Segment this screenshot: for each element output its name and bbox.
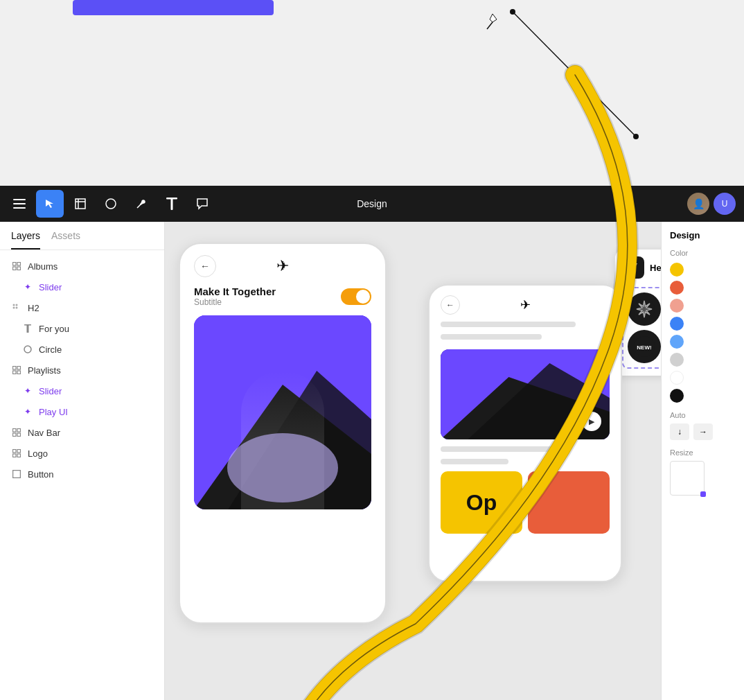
canvas: ← ✈ Make It Together Subtitle: [165, 222, 661, 700]
phone-logo: ✈: [276, 257, 289, 275]
comment-tool-icon[interactable]: [188, 190, 216, 218]
avatar-1[interactable]: 👤: [687, 193, 709, 215]
arrow-row: ↓ →: [670, 423, 736, 440]
layer-logo[interactable]: Logo: [0, 443, 164, 464]
resize-section: Resize: [670, 448, 736, 496]
color-row-yellow[interactable]: [670, 263, 736, 277]
auto-section: Auto ↓ →: [670, 411, 736, 440]
phone-title-area: Make It Together Subtitle: [180, 286, 385, 315]
select-tool-icon[interactable]: [36, 190, 64, 218]
color-row-red[interactable]: [670, 281, 736, 295]
color-row-gray[interactable]: [670, 353, 736, 367]
arrow-right-btn[interactable]: →: [693, 423, 713, 440]
phone-subtitle: Subtitle: [194, 297, 276, 307]
color-row-white[interactable]: [670, 371, 736, 385]
pen-tool-icon[interactable]: [127, 190, 155, 218]
sidebar: Layers Assets Albums ✦ Slider: [0, 222, 165, 700]
phone-back-btn[interactable]: ←: [194, 255, 216, 277]
layer-playlists[interactable]: Playlists: [0, 360, 164, 380]
svg-point-22: [13, 307, 15, 309]
arrow-down-btn[interactable]: ↓: [670, 423, 689, 440]
ph2-bar-3: [441, 446, 559, 452]
svg-rect-37: [13, 454, 17, 457]
phone-mockup-1: ← ✈ Make It Together Subtitle: [179, 243, 387, 624]
svg-rect-9: [76, 199, 85, 209]
layer-albums[interactable]: Albums: [0, 256, 164, 277]
layer-for-you[interactable]: For you: [0, 318, 164, 339]
svg-rect-30: [17, 371, 21, 374]
color-row-black[interactable]: [670, 389, 736, 403]
layer-h2[interactable]: H2: [0, 297, 164, 318]
main-content: Layers Assets Albums ✦ Slider: [0, 222, 744, 700]
svg-rect-15: [171, 198, 173, 210]
toggle-switch[interactable]: [341, 288, 371, 305]
color-swatch-blue-light[interactable]: [670, 335, 684, 349]
ph2-header: ← ✈: [429, 286, 621, 322]
sparkle-icon-2: ✦: [22, 385, 33, 396]
toolbar-right: 👤 U: [687, 193, 736, 215]
layer-for-you-label: For you: [39, 324, 69, 334]
layer-button[interactable]: Button: [0, 464, 164, 484]
badge-star: [628, 292, 661, 326]
canvas-top: [0, 0, 744, 187]
layer-list: Albums ✦ Slider H2: [0, 250, 164, 490]
layer-slider1[interactable]: ✦ Slider: [0, 277, 164, 297]
frame-tool-icon[interactable]: [67, 190, 94, 218]
dots-icon: [11, 302, 22, 313]
color-swatch-red[interactable]: [670, 281, 684, 295]
svg-point-23: [16, 307, 18, 309]
resize-title: Resize: [670, 448, 736, 457]
text-tool-icon[interactable]: [158, 190, 186, 218]
ph2-bar-4: [441, 459, 508, 464]
color-row-salmon[interactable]: [670, 299, 736, 313]
tab-layers[interactable]: Layers: [11, 230, 40, 250]
svg-rect-35: [13, 450, 17, 453]
menu-icon[interactable]: [6, 190, 33, 218]
color-swatch-white[interactable]: [670, 371, 684, 385]
grid-icon: [11, 261, 22, 272]
text-icon: [22, 323, 33, 334]
ph2-logo: ✈: [520, 297, 531, 313]
svg-rect-25: [27, 324, 29, 333]
color-row-blue-light[interactable]: [670, 335, 736, 349]
resize-handle[interactable]: [700, 491, 706, 497]
resize-box[interactable]: [670, 461, 705, 496]
color-swatch-black[interactable]: [670, 389, 684, 403]
ph2-back-btn[interactable]: ←: [441, 295, 460, 315]
auto-title: Auto: [670, 411, 736, 419]
headline-icon: [622, 256, 644, 279]
sparkle-icon-1: ✦: [22, 281, 33, 292]
color-swatch-blue-dark[interactable]: [670, 317, 684, 331]
headline-label: Headline: [650, 263, 661, 273]
phone-mockup-2: ← ✈ ▶ Op: [428, 284, 622, 582]
phone-title-text: Make It Together Subtitle: [194, 286, 276, 307]
layer-circle[interactable]: Circle: [0, 339, 164, 360]
svg-rect-29: [13, 371, 17, 374]
color-swatch-gray[interactable]: [670, 353, 684, 367]
layer-logo-label: Logo: [28, 448, 48, 459]
svg-rect-16: [13, 263, 17, 266]
avatar-2[interactable]: U: [714, 193, 736, 215]
grid-icon-logo: [11, 448, 22, 459]
color-row-blue-dark[interactable]: [670, 317, 736, 331]
layer-slider2-label: Slider: [39, 386, 62, 396]
tab-assets[interactable]: Assets: [51, 230, 80, 250]
svg-rect-27: [13, 367, 17, 370]
layer-slider2[interactable]: ✦ Slider: [0, 380, 164, 401]
svg-rect-19: [17, 267, 21, 270]
svg-rect-18: [13, 267, 17, 270]
svg-rect-17: [17, 263, 21, 266]
phone-header: ← ✈: [180, 244, 385, 286]
play-button[interactable]: ▶: [582, 412, 601, 431]
color-swatch-yellow[interactable]: [670, 263, 684, 277]
svg-point-26: [24, 346, 31, 353]
top-button[interactable]: [73, 0, 274, 15]
shape-tool-icon[interactable]: [97, 190, 125, 218]
color-swatch-salmon[interactable]: [670, 299, 684, 313]
layer-play-ui[interactable]: ✦ Play UI: [0, 401, 164, 422]
svg-rect-6: [13, 199, 26, 200]
layer-nav-bar[interactable]: Nav Bar: [0, 422, 164, 443]
svg-rect-28: [17, 367, 21, 370]
ph2-yellow-card: Op: [441, 471, 522, 534]
sidebar-tabs: Layers Assets: [0, 222, 164, 250]
